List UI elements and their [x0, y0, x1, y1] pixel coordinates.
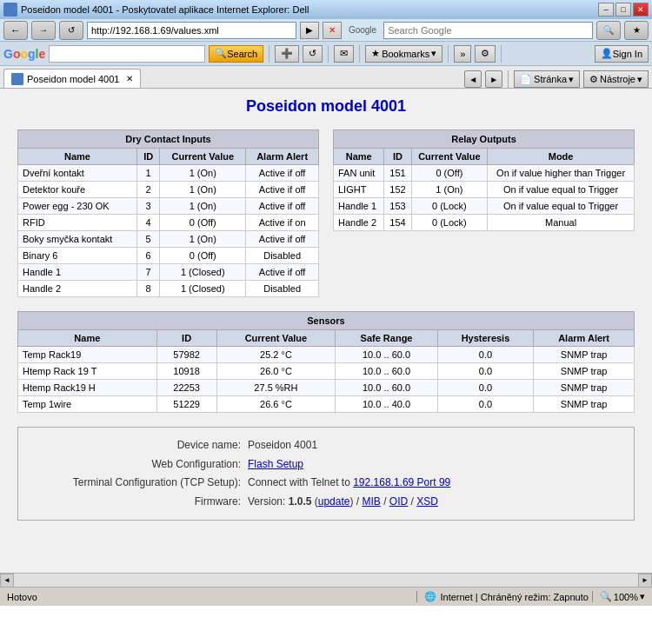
cell-name: Binary 6: [18, 248, 137, 264]
back-button[interactable]: ←: [3, 21, 28, 40]
tabs-bar: Poseidon model 4001 ✕ ◄ ► 📄 Stránka ▾ ⚙ …: [0, 66, 652, 89]
col-current-value: Current Value: [160, 149, 246, 165]
prev-tab-button[interactable]: ◄: [464, 70, 482, 88]
cell-hysteresis: 0.0: [437, 396, 533, 413]
device-name-row: Device name: Poseidon 4001: [32, 436, 620, 455]
cell-id: 51229: [156, 396, 216, 413]
content-area: Poseidon model 4001 Dry Contact Inputs N…: [0, 89, 652, 573]
cell-id: 7: [136, 264, 159, 281]
zoom-value: 100%: [614, 592, 638, 602]
col-current-value: Current Value: [411, 149, 488, 165]
go-button[interactable]: ▶: [300, 22, 319, 39]
firmware-row: Firmware: Version: 1.0.5 (update) / MIB …: [32, 493, 620, 512]
cell-mode: Manual: [488, 215, 635, 231]
user-icon: 👤: [601, 48, 613, 59]
mib-link[interactable]: MIB: [362, 495, 380, 508]
oid-link[interactable]: OID: [389, 495, 408, 508]
tab-favicon: [11, 73, 23, 85]
terminal-link[interactable]: 192.168.1.69 Port 99: [353, 476, 450, 488]
firmware-value: Version: 1.0.5 (update) / MIB / OID / XS…: [248, 493, 438, 512]
cell-id: 5: [136, 231, 159, 248]
more-button[interactable]: »: [454, 45, 471, 63]
cell-id: 152: [384, 182, 411, 198]
cell-name: Boky smyčka kontakt: [18, 231, 137, 248]
toolbar-sep-1: [269, 45, 269, 63]
cell-id: 2: [136, 182, 159, 198]
table-row: Dveřní kontakt 1 1 (On) Active if off: [18, 165, 319, 182]
cell-hysteresis: 0.0: [437, 363, 533, 380]
cell-id: 22253: [156, 380, 216, 396]
table-row: Detektor kouře 2 1 (On) Active if off: [18, 182, 319, 198]
cell-id: 153: [384, 198, 411, 215]
cell-alarm: Active if off: [246, 198, 319, 215]
horizontal-scrollbar[interactable]: ◄ ►: [0, 573, 652, 587]
favorite-icon[interactable]: ★: [624, 21, 649, 40]
refresh-button[interactable]: ↺: [59, 21, 83, 40]
address-input[interactable]: [87, 22, 296, 39]
relay-outputs-header: Relay Outputs: [334, 130, 635, 149]
settings-button[interactable]: ⚙: [475, 45, 496, 63]
window-controls[interactable]: – □ ✕: [598, 3, 649, 17]
toolbar-sep-5: [501, 45, 502, 63]
device-name-value: Poseidon 4001: [248, 436, 317, 455]
tables-row: Dry Contact Inputs Name ID Current Value…: [17, 129, 635, 297]
status-zoom[interactable]: 🔍 100% ▾: [592, 591, 645, 602]
col-alarm-alert: Alarm Alert: [246, 149, 319, 165]
col-id: ID: [384, 149, 411, 165]
sign-in-button[interactable]: 👤 Sign In: [595, 45, 649, 63]
next-tab-button[interactable]: ►: [485, 70, 502, 88]
cell-alarm: Active if on: [246, 215, 319, 231]
sensors-table: Sensors Name ID Current Value Safe Range…: [17, 311, 635, 413]
table-row: Binary 6 6 0 (Off) Disabled: [18, 248, 319, 264]
search-icon[interactable]: 🔍: [596, 21, 621, 40]
cell-alarm: Active if off: [246, 264, 319, 281]
page-refresh-button[interactable]: ↺: [303, 45, 323, 63]
cell-range: 10.0 .. 40.0: [336, 396, 437, 413]
cell-name: Dveřní kontakt: [18, 165, 137, 182]
ie-icon: [3, 3, 17, 17]
stop-button[interactable]: ✕: [323, 22, 342, 39]
minimize-button[interactable]: –: [598, 3, 614, 17]
scroll-container[interactable]: Poseidon model 4001 Dry Contact Inputs N…: [0, 89, 652, 573]
active-tab[interactable]: Poseidon model 4001 ✕: [3, 69, 141, 88]
status-ready: Hotovo: [7, 592, 413, 602]
relay-outputs-section: Relay Outputs Name ID Current Value Mode…: [333, 129, 635, 297]
cell-alarm: Disabled: [246, 248, 319, 264]
tab-close-icon[interactable]: ✕: [126, 74, 133, 83]
update-link[interactable]: update: [318, 495, 350, 508]
hscroll-left-button[interactable]: ◄: [0, 574, 14, 588]
hscroll-right-button[interactable]: ►: [638, 574, 652, 588]
forward-button[interactable]: →: [31, 21, 56, 40]
google-search-bar[interactable]: [49, 45, 205, 63]
close-button[interactable]: ✕: [633, 3, 649, 17]
tools-dropdown-icon: ▾: [637, 74, 642, 85]
dry-contact-table: Dry Contact Inputs Name ID Current Value…: [17, 129, 319, 297]
cell-name: Temp 1wire: [18, 396, 157, 413]
cell-range: 10.0 .. 60.0: [336, 347, 437, 363]
flash-setup-link[interactable]: Flash Setup: [248, 455, 303, 475]
cell-alarm: SNMP trap: [534, 396, 635, 413]
cell-name: Power egg - 230 OK: [18, 198, 137, 215]
cell-value: 26.0 °C: [216, 363, 336, 380]
title-bar: Poseidon model 4001 - Poskytovatel aplik…: [0, 0, 652, 19]
cell-value: 27.5 %RH: [216, 380, 336, 396]
google-search-button[interactable]: 🔍 Search: [209, 45, 263, 63]
table-row: Power egg - 230 OK 3 1 (On) Active if of…: [18, 198, 319, 215]
google-search-input[interactable]: [383, 22, 593, 39]
maximize-button[interactable]: □: [615, 3, 631, 17]
cell-alarm: Active if off: [246, 231, 319, 248]
bookmarks-button[interactable]: ★ Bookmarks ▾: [365, 45, 442, 63]
col-current-value: Current Value: [216, 330, 336, 347]
web-config-row: Web Configuration: Flash Setup: [32, 455, 620, 475]
hscroll-track[interactable]: [14, 574, 638, 587]
tools-button[interactable]: ⚙ Nástroje ▾: [583, 70, 649, 88]
mail-button[interactable]: ✉: [334, 45, 354, 63]
page-button[interactable]: 📄 Stránka ▾: [514, 70, 580, 88]
add-button[interactable]: ➕: [275, 45, 299, 63]
bookmarks-icon: ★: [371, 48, 380, 59]
cell-name: Htemp Rack19 H: [18, 380, 157, 396]
cell-value: 0 (Off): [160, 215, 246, 231]
table-row: FAN unit 151 0 (Off) On if value higher …: [334, 165, 635, 182]
xsd-link[interactable]: XSD: [416, 495, 438, 508]
sensors-section: Sensors Name ID Current Value Safe Range…: [17, 311, 635, 413]
